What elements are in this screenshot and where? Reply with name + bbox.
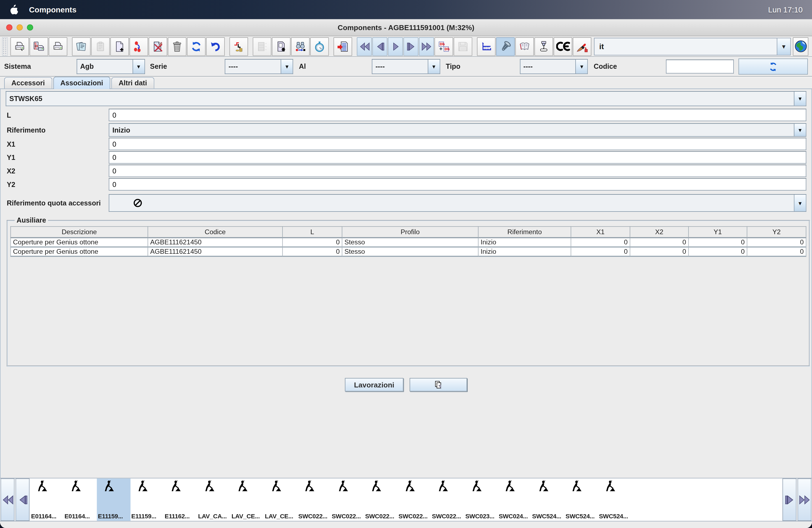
copy-button[interactable]	[72, 37, 91, 56]
machinings-button[interactable]	[534, 37, 553, 56]
profiles-button[interactable]	[477, 37, 496, 56]
filmstrip-item[interactable]: SWC524...	[598, 479, 632, 521]
filmstrip-item[interactable]: SWC022...	[364, 479, 397, 521]
new-record-button[interactable]	[110, 37, 129, 56]
undo-button[interactable]	[206, 37, 225, 56]
chevron-down-icon[interactable]: ▼	[281, 60, 293, 74]
chevron-down-icon[interactable]: ▼	[427, 60, 439, 74]
filmstrip-item[interactable]: SWC024...	[498, 479, 531, 521]
filmstrip-item[interactable]: LAV_CA...	[197, 479, 230, 521]
codice-input[interactable]	[666, 60, 734, 74]
refresh-button[interactable]	[187, 37, 206, 56]
sistema-combobox[interactable]: Agb ▼	[76, 59, 145, 74]
filmstrip-item[interactable]: E01164...	[30, 479, 63, 521]
search-refresh-button[interactable]	[739, 59, 808, 75]
apple-menu-icon[interactable]	[10, 4, 19, 15]
paste-button[interactable]	[91, 37, 110, 56]
strip-next-button[interactable]	[782, 479, 797, 521]
tipo-combobox[interactable]: ---- ▼	[520, 59, 588, 74]
delete-button[interactable]	[168, 37, 187, 56]
filmstrip-item[interactable]: SWC023...	[464, 479, 498, 521]
language-combobox[interactable]: it ▼	[594, 38, 791, 55]
filmstrip-item[interactable]: LAV_CE...	[230, 479, 264, 521]
nav-next-button[interactable]	[404, 37, 418, 56]
column-header[interactable]: Descrizione	[11, 226, 148, 237]
nav-last-button[interactable]	[419, 37, 434, 56]
window-title-bar[interactable]: Components - AGBE111591001 (M:32%)	[0, 19, 812, 36]
lavorazioni-button[interactable]: Lavorazioni	[345, 378, 404, 392]
al-combobox[interactable]: ---- ▼	[372, 59, 440, 74]
x2-input[interactable]	[109, 165, 807, 177]
column-header[interactable]: Y2	[747, 226, 806, 237]
print-report-button[interactable]	[48, 37, 68, 56]
table-row[interactable]: Coperture per Genius ottoneAGBE111621450…	[11, 237, 806, 247]
tipo-label: Tipo	[446, 63, 520, 70]
riferimento-combobox[interactable]: Inizio ▼	[109, 123, 807, 137]
filmstrip-item[interactable]: E01164...	[63, 479, 97, 521]
edit-delete-button[interactable]	[149, 37, 168, 56]
serie-combobox[interactable]: ---- ▼	[225, 59, 293, 74]
chevron-down-icon[interactable]: ▼	[794, 124, 806, 136]
paint-button[interactable]	[573, 37, 592, 56]
ce-marking-button[interactable]	[553, 37, 572, 56]
rif-quota-combobox[interactable]: ▼	[109, 194, 807, 212]
strip-last-button[interactable]	[798, 479, 812, 521]
menubar-clock[interactable]: Lun 17:10	[768, 5, 802, 14]
search-button[interactable]	[291, 37, 310, 56]
chevron-down-icon[interactable]: ▼	[576, 60, 588, 74]
filmstrip-item[interactable]: E11159...	[130, 479, 164, 521]
list-view-button[interactable]	[253, 37, 272, 56]
column-header[interactable]: Codice	[148, 226, 282, 237]
column-header[interactable]: Y1	[688, 226, 747, 237]
filmstrip-item[interactable]: E11159...	[97, 479, 130, 521]
worker-icon	[235, 480, 264, 494]
new-from-template-button[interactable]	[272, 37, 291, 56]
column-header[interactable]: X2	[630, 226, 688, 237]
column-header[interactable]: X1	[571, 226, 630, 237]
tab-altri-dati[interactable]: Altri dati	[111, 77, 154, 88]
tab-accessori[interactable]: Accessori	[4, 77, 52, 88]
chevron-down-icon[interactable]: ▼	[794, 92, 806, 106]
filmstrip-item[interactable]: SWC022...	[397, 479, 431, 521]
component-combobox[interactable]: STWSK65 ▼	[6, 91, 807, 106]
strip-prev-button[interactable]	[15, 479, 30, 521]
x1-input[interactable]	[109, 138, 807, 150]
components-button[interactable]	[496, 37, 515, 56]
step-values-button[interactable]	[230, 37, 248, 56]
chevron-down-icon[interactable]: ▼	[794, 195, 806, 211]
link-records-button[interactable]	[130, 37, 148, 56]
column-header[interactable]: Riferimento	[478, 226, 571, 237]
filmstrip-item[interactable]: E11162...	[164, 479, 197, 521]
column-header[interactable]: Profilo	[342, 226, 478, 237]
y1-input[interactable]	[109, 151, 807, 164]
timer-button[interactable]	[310, 37, 329, 56]
l-input[interactable]	[109, 109, 807, 121]
table-row[interactable]: Coperture per Genius ottoneAGBE111621450…	[11, 247, 806, 256]
nav-play-button[interactable]	[388, 37, 403, 56]
filmstrip-item[interactable]: SWC022...	[431, 479, 464, 521]
filmstrip-item[interactable]: LAV_CE...	[264, 479, 297, 521]
nav-prev-button[interactable]	[372, 37, 387, 56]
toolbar-drag-handle[interactable]	[2, 37, 8, 56]
import-export-button[interactable]	[334, 37, 352, 56]
filmstrip-item[interactable]: SWC524...	[565, 479, 598, 521]
filmstrip-item[interactable]: SWC022...	[297, 479, 331, 521]
db-transfer-button[interactable]: DbDb	[434, 37, 453, 56]
strip-first-button[interactable]	[1, 479, 15, 521]
worker-icon	[168, 480, 197, 494]
menubar-app-name[interactable]: Components	[29, 5, 76, 14]
tab-associazioni[interactable]: Associazioni	[53, 77, 110, 89]
print-button[interactable]	[11, 37, 29, 56]
catalog-button[interactable]	[516, 37, 534, 56]
globe-button[interactable]	[793, 37, 808, 56]
y2-input[interactable]	[109, 178, 807, 191]
copy-row-button[interactable]	[410, 378, 467, 392]
chevron-down-icon[interactable]: ▼	[777, 38, 791, 55]
save-button[interactable]	[454, 37, 473, 56]
column-header[interactable]: L	[282, 226, 342, 237]
print-setup-button[interactable]	[30, 37, 48, 56]
filmstrip-item[interactable]: SWC022...	[331, 479, 364, 521]
chevron-down-icon[interactable]: ▼	[132, 60, 144, 74]
filmstrip-item[interactable]: SWC524...	[531, 479, 565, 521]
nav-first-button[interactable]	[357, 37, 372, 56]
